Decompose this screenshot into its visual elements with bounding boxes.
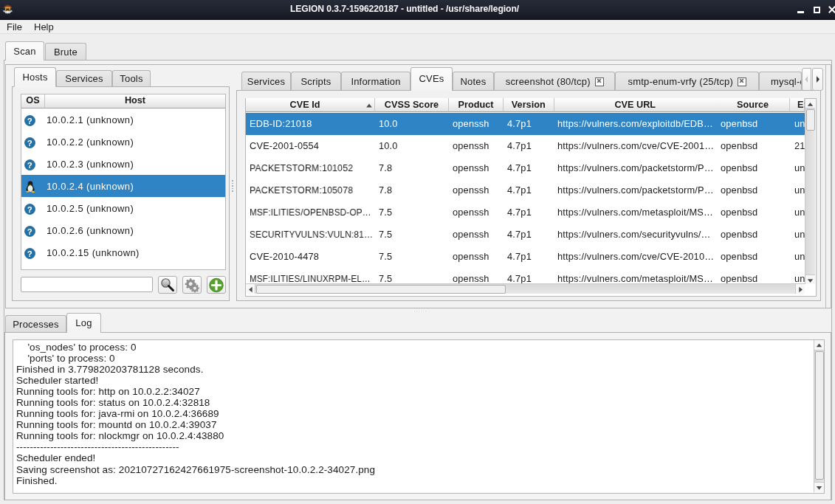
svg-text:?: ? (27, 138, 32, 147)
svg-text:?: ? (27, 160, 32, 169)
svg-text:?: ? (27, 116, 32, 125)
svg-text:?: ? (27, 227, 32, 235)
svg-text:?: ? (27, 204, 32, 213)
svg-text:?: ? (27, 249, 32, 258)
